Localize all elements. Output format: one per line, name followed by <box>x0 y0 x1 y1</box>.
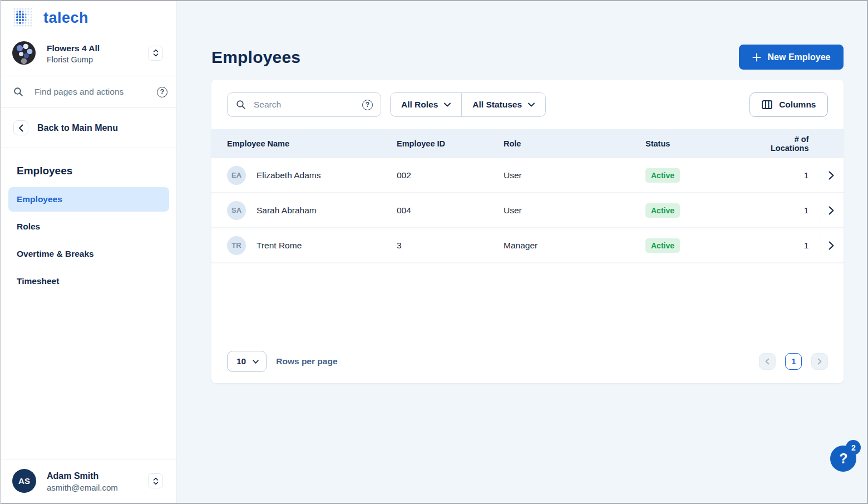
brand-name: talech <box>43 9 88 27</box>
employee-id: 004 <box>397 205 504 216</box>
row-divider <box>821 236 821 256</box>
brand-logo: talech <box>1 1 176 33</box>
main-content: Employees New Employee ? <box>177 1 868 503</box>
employee-name: Sarah Abraham <box>257 205 317 216</box>
roles-filter-dropdown[interactable]: All Roles <box>391 93 461 116</box>
pagination-bar: 10 Rows per page 1 <box>211 351 844 383</box>
chevron-down-icon <box>528 102 535 107</box>
rows-per-page-label: Rows per page <box>276 356 337 366</box>
user-avatar: AS <box>12 469 36 493</box>
row-detail-chevron[interactable] <box>828 171 834 180</box>
employee-name: Elizabeth Adams <box>257 170 320 180</box>
employee-locations: 1 <box>771 241 808 251</box>
account-text: Flowers 4 All Florist Gump <box>47 42 148 64</box>
chevron-right-icon <box>828 206 834 215</box>
search-icon <box>236 100 246 110</box>
statuses-filter-dropdown[interactable]: All Statuses <box>461 93 545 116</box>
chevron-right-icon <box>828 171 834 180</box>
nav-item-label: Timesheet <box>17 276 59 286</box>
chevron-right-icon <box>828 241 834 250</box>
chevron-down-icon <box>444 102 451 107</box>
sidebar-search-input[interactable] <box>34 87 146 97</box>
sidebar-item-employees[interactable]: Employees <box>8 187 169 212</box>
back-to-main-menu[interactable]: Back to Main Menu <box>1 108 176 148</box>
employee-role: User <box>504 170 645 180</box>
status-badge: Active <box>645 168 680 183</box>
chevron-down-icon <box>253 360 259 364</box>
roles-filter-label: All Roles <box>401 100 438 110</box>
back-label: Back to Main Menu <box>37 123 118 133</box>
user-initials: AS <box>18 476 30 486</box>
table-header: Employee Name Employee ID Role Status # … <box>211 129 844 158</box>
back-button[interactable] <box>13 120 28 135</box>
nav-item-label: Overtime & Breaks <box>17 249 94 259</box>
employee-initials: TR <box>231 241 241 249</box>
new-employee-label: New Employee <box>768 52 831 62</box>
statuses-filter-label: All Statuses <box>472 100 522 110</box>
new-employee-button[interactable]: New Employee <box>739 45 844 70</box>
employee-id: 002 <box>397 170 504 180</box>
help-button[interactable]: ? 2 <box>830 446 856 472</box>
chevron-left-icon <box>765 358 770 365</box>
sidebar-item-overtime-breaks[interactable]: Overtime & Breaks <box>8 242 169 266</box>
nav-item-label: Roles <box>17 222 40 232</box>
status-badge: Active <box>645 238 680 253</box>
search-icon <box>13 87 23 97</box>
talech-dots-logo-icon <box>12 7 34 29</box>
columns-label: Columns <box>779 100 816 110</box>
employee-name: Trent Rome <box>257 241 302 251</box>
col-locations: # of Locations <box>771 135 808 153</box>
table-row[interactable]: EA Elizabeth Adams 002 User Active 1 <box>211 158 844 193</box>
employee-avatar: SA <box>227 201 246 220</box>
user-name: Adam Smith <box>47 469 148 483</box>
sidebar-nav: Employees Employees Roles Overtime & Bre… <box>1 148 176 296</box>
table-search-input[interactable] <box>254 100 354 110</box>
filter-bar: ? All Roles All Statuses <box>211 80 844 129</box>
columns-icon <box>762 100 772 109</box>
row-divider <box>821 200 821 221</box>
search-help-icon[interactable]: ? <box>362 100 373 110</box>
columns-button[interactable]: Columns <box>749 92 828 117</box>
col-employee-id: Employee ID <box>397 139 504 148</box>
sidebar-item-timesheet[interactable]: Timesheet <box>8 269 169 293</box>
search-help-icon[interactable]: ? <box>157 87 167 97</box>
employee-id: 3 <box>397 241 504 251</box>
user-text: Adam Smith asmith@email.com <box>47 469 148 492</box>
next-page-button[interactable] <box>811 353 828 370</box>
account-switcher-button[interactable] <box>148 46 163 61</box>
rows-per-page-value: 10 <box>236 356 246 366</box>
table-search[interactable]: ? <box>227 92 381 117</box>
row-detail-chevron[interactable] <box>828 241 834 250</box>
employee-initials: EA <box>231 171 241 179</box>
plus-icon <box>752 53 761 62</box>
user-profile-row: AS Adam Smith asmith@email.com <box>1 459 176 503</box>
page-header: Employees New Employee <box>211 45 844 70</box>
employee-role: User <box>504 205 645 216</box>
current-page: 1 <box>792 357 796 366</box>
chevron-up-down-icon <box>153 49 159 57</box>
account-subtitle: Florist Gump <box>47 55 148 64</box>
col-status: Status <box>645 139 771 148</box>
chevron-left-icon <box>18 124 23 132</box>
pager: 1 <box>759 353 828 370</box>
table-row[interactable]: SA Sarah Abraham 004 User Active 1 <box>211 193 844 228</box>
user-switcher-button[interactable] <box>148 473 163 488</box>
rows-per-page-select[interactable]: 10 <box>227 351 267 372</box>
app-window: talech Flowers 4 All Florist Gump <box>0 0 868 504</box>
employee-avatar: TR <box>227 236 246 255</box>
account-name: Flowers 4 All <box>47 42 148 55</box>
employee-locations: 1 <box>771 170 808 180</box>
chevron-right-icon <box>817 358 822 365</box>
sidebar-search[interactable]: ? <box>1 76 176 107</box>
status-badge: Active <box>645 203 680 218</box>
question-glyph: ? <box>839 451 847 467</box>
help-notification-badge: 2 <box>846 440 861 455</box>
nav-section-title: Employees <box>17 165 169 177</box>
row-detail-chevron[interactable] <box>828 206 834 215</box>
sidebar: talech Flowers 4 All Florist Gump <box>1 1 177 503</box>
page-number-button[interactable]: 1 <box>785 353 802 370</box>
employees-card: ? All Roles All Statuses <box>211 80 844 383</box>
sidebar-item-roles[interactable]: Roles <box>8 214 169 239</box>
previous-page-button[interactable] <box>759 353 776 370</box>
table-row[interactable]: TR Trent Rome 3 Manager Active 1 <box>211 228 844 263</box>
